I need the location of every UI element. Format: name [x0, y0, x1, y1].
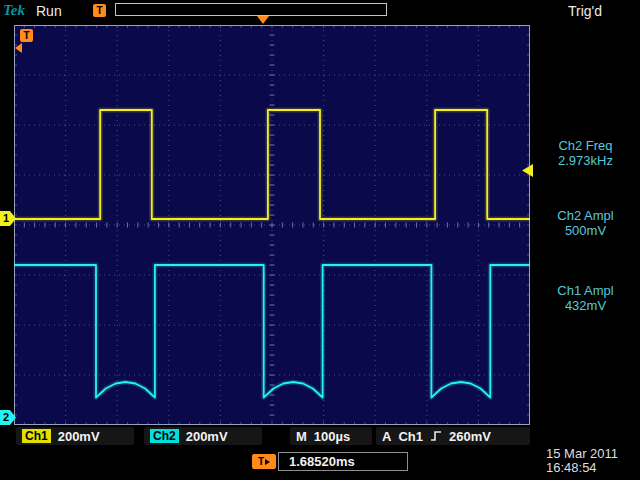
ch2-settings-readout: Ch2 200mV [144, 427, 262, 445]
measurement-label: Ch1 Ampl [531, 283, 640, 298]
trigger-mode-label: A [382, 429, 391, 444]
delay-time-readout: 1.68520ms [278, 452, 408, 471]
timebase-value: 100µs [314, 429, 350, 444]
ch2-freq-readout: Ch2 Freq 2.973kHz [531, 138, 640, 168]
measurement-value: 432mV [531, 298, 640, 313]
measurement-value: 2.973kHz [531, 153, 640, 168]
record-view-bar [115, 3, 387, 16]
measurement-value: 500mV [531, 223, 640, 238]
ch1-badge: Ch1 [22, 429, 51, 443]
bottom-status-bar: Ch1 200mV Ch2 200mV M 100µs A Ch1 260mV [14, 427, 530, 445]
ch2-badge: Ch2 [150, 429, 179, 443]
tek-logo: Tek [3, 2, 25, 19]
acquisition-status: Run [36, 3, 62, 19]
oscilloscope-screen: Tek Run T Trig'd T 1 2 Ch2 Freq 2.973kHz… [0, 0, 640, 480]
trigger-offscreen-arrow-icon [15, 43, 22, 53]
ch2-ampl-readout: Ch2 Ampl 500mV [531, 208, 640, 238]
trigger-t-icon: T [93, 4, 106, 17]
ch1-scale: 200mV [58, 429, 100, 444]
measurement-readouts: Ch2 Freq 2.973kHz Ch2 Ampl 500mV Ch1 Amp… [531, 0, 640, 430]
delay-t-label: T [258, 456, 264, 467]
time-text: 16:48:54 [546, 461, 618, 475]
measurement-label: Ch2 Ampl [531, 208, 640, 223]
timebase-readout: M 100µs [290, 427, 372, 445]
ch1-settings-readout: Ch1 200mV [16, 427, 134, 445]
trigger-source: Ch1 [398, 429, 423, 444]
trigger-settings-readout: A Ch1 260mV [376, 427, 530, 445]
delay-time-icon: T [252, 454, 276, 469]
ch1-ampl-readout: Ch1 Ampl 432mV [531, 283, 640, 313]
date-text: 15 Mar 2011 [546, 447, 618, 461]
ch2-scale: 200mV [186, 429, 228, 444]
right-arrow-icon [265, 459, 270, 465]
graticule [14, 25, 530, 425]
trigger-level-value: 260mV [449, 429, 491, 444]
trigger-position-marker-icon [257, 16, 269, 24]
rising-edge-icon [430, 429, 442, 443]
datetime-readout: 15 Mar 2011 16:48:54 [546, 447, 618, 475]
timebase-label: M [296, 429, 307, 444]
measurement-label: Ch2 Freq [531, 138, 640, 153]
trigger-indicator-icon: T [20, 29, 33, 42]
